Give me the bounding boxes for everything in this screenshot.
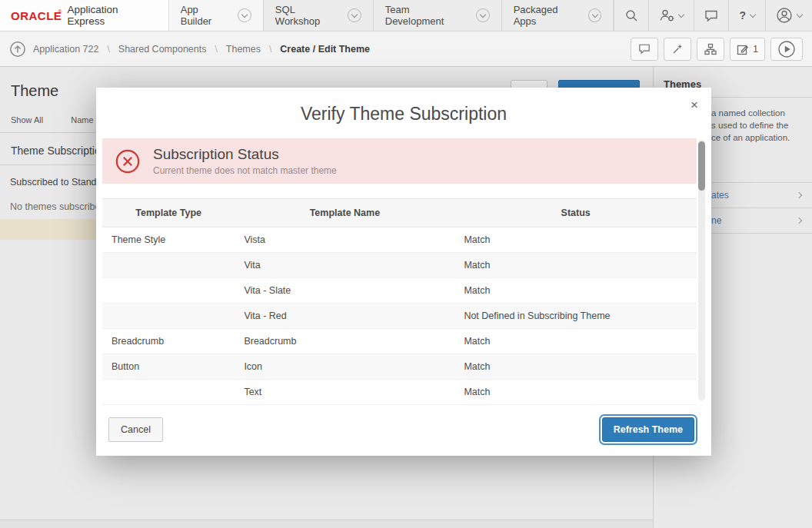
error-circle-icon — [115, 148, 141, 174]
chevron-down-icon[interactable] — [476, 8, 490, 22]
up-navigation-icon[interactable] — [9, 41, 26, 58]
help-icon: ? — [739, 9, 746, 22]
search-button[interactable] — [614, 0, 648, 31]
chevron-right-icon — [796, 192, 802, 198]
breadcrumb-current: Create / Edit Theme — [280, 44, 370, 55]
subscription-table: Template Type Template Name Status Theme… — [102, 198, 697, 405]
chevron-down-icon[interactable] — [348, 8, 361, 22]
sidebar-link-label: ne — [711, 215, 721, 226]
breadcrumb-application[interactable]: Application 722 — [33, 44, 98, 55]
chevron-down-icon[interactable] — [238, 8, 251, 22]
breadcrumb-separator: \ — [107, 44, 109, 55]
table-row: Vita - SlateMatch — [102, 278, 697, 304]
account-menu-button[interactable] — [765, 0, 812, 31]
edit-icon — [737, 43, 749, 55]
dialog-footer: Cancel Refresh Theme — [96, 408, 711, 456]
chat-bubble-icon — [638, 43, 651, 55]
column-template-name: Template Name — [235, 199, 454, 227]
edit-page-button[interactable]: 1 — [730, 38, 765, 61]
search-icon — [624, 8, 638, 22]
tab-team-development[interactable]: Team Development — [374, 0, 502, 31]
about-line: ce of an application. — [711, 131, 812, 144]
table-cell: Theme Style — [102, 227, 235, 253]
run-app-button[interactable] — [770, 38, 803, 61]
admin-menu-button[interactable] — [648, 0, 694, 31]
admin-user-icon — [659, 8, 674, 22]
hierarchy-icon — [704, 43, 717, 55]
play-icon — [777, 40, 796, 58]
brand-text: ORACLE® — [11, 9, 62, 22]
table-cell: Match — [454, 380, 697, 405]
filter-name[interactable]: Name — [71, 115, 93, 125]
brand-mark: ® — [58, 9, 62, 15]
tab-label: Team Development — [385, 4, 469, 27]
help-menu-button[interactable]: ? — [728, 0, 765, 31]
table-cell: Icon — [235, 354, 454, 380]
tab-label: Packaged Apps — [514, 4, 581, 27]
subscription-status-alert: Subscription Status Current theme does n… — [102, 138, 697, 184]
about-line: s used to define the — [711, 119, 812, 131]
alert-title: Subscription Status — [153, 146, 337, 163]
modal-scrollbar[interactable] — [698, 140, 705, 400]
product-name: Application Express — [68, 4, 156, 27]
shared-components-button[interactable] — [697, 38, 724, 61]
close-icon[interactable]: × — [691, 98, 698, 111]
table-cell: Text — [235, 380, 454, 405]
cancel-button[interactable]: Cancel — [108, 417, 163, 442]
tab-sql-workshop[interactable]: SQL Workshop — [264, 0, 374, 31]
alert-text: Subscription Status Current theme does n… — [153, 146, 337, 176]
breadcrumb-themes[interactable]: Themes — [226, 44, 261, 55]
scrollbar-thumb[interactable] — [698, 141, 705, 191]
table-cell — [102, 278, 235, 304]
subscription-table-body: Theme StyleVistaMatchVitaMatchVita - Sla… — [102, 227, 697, 405]
page-title: Theme — [11, 82, 58, 100]
chat-bubble-icon — [704, 9, 718, 22]
account-icon — [776, 7, 793, 24]
breadcrumb: Application 722 \ Shared Components \ Th… — [9, 41, 370, 58]
table-row: Theme StyleVistaMatch — [102, 227, 697, 253]
tab-label: SQL Workshop — [275, 4, 341, 27]
chevron-down-icon — [750, 12, 756, 18]
column-status: Status — [454, 199, 697, 227]
tab-app-builder[interactable]: App Builder — [169, 0, 264, 31]
shortcuts-button[interactable] — [664, 38, 691, 61]
chevron-right-icon — [796, 218, 802, 224]
table-cell: Vita - Red — [235, 304, 454, 329]
verify-theme-subscription-dialog: Verify Theme Subscription × Subscription… — [96, 88, 711, 456]
chevron-down-icon[interactable] — [588, 8, 602, 22]
column-template-type: Template Type — [102, 199, 235, 227]
wand-icon — [671, 43, 684, 55]
breadcrumb-shared-components[interactable]: Shared Components — [118, 44, 207, 55]
sidebar-link-label: ates — [711, 190, 729, 201]
dialog-content: Subscription Status Current theme does n… — [102, 138, 697, 408]
feedback-button[interactable] — [694, 0, 728, 31]
edit-page-number: 1 — [753, 44, 758, 55]
feedback-page-button[interactable] — [631, 38, 658, 61]
table-cell: Match — [454, 278, 697, 304]
refresh-theme-button[interactable]: Refresh Theme — [602, 417, 694, 442]
tab-packaged-apps[interactable]: Packaged Apps — [502, 0, 614, 31]
dialog-title: Verify Theme Subscription — [96, 104, 711, 125]
breadcrumb-separator: \ — [215, 44, 217, 55]
table-cell: Vista — [235, 227, 454, 253]
subscription-table-head: Template Type Template Name Status — [102, 199, 697, 227]
page-toolbar: 1 — [631, 38, 803, 61]
table-row: BreadcrumbBreadcrumbMatch — [102, 329, 697, 354]
table-cell: Match — [454, 253, 697, 278]
alert-message: Current theme does not match master them… — [153, 165, 337, 176]
chevron-down-icon — [797, 12, 803, 18]
chevron-down-icon — [678, 12, 684, 18]
breadcrumb-bar: Application 722 \ Shared Components \ Th… — [0, 32, 812, 67]
filter-show-all[interactable]: Show All — [11, 115, 43, 125]
dialog-header: Verify Theme Subscription × — [96, 88, 711, 138]
footer-strip — [0, 520, 653, 528]
table-cell: Button — [102, 354, 235, 380]
table-row: VitaMatch — [102, 253, 697, 278]
table-cell: Not Defined in Subscribing Theme — [454, 304, 697, 329]
about-line: a named collection — [711, 107, 812, 119]
table-cell: Breadcrumb — [102, 329, 235, 354]
table-cell — [102, 253, 235, 278]
table-row: TextMatch — [102, 380, 697, 405]
table-cell — [102, 304, 235, 329]
breadcrumb-separator: \ — [269, 44, 271, 55]
